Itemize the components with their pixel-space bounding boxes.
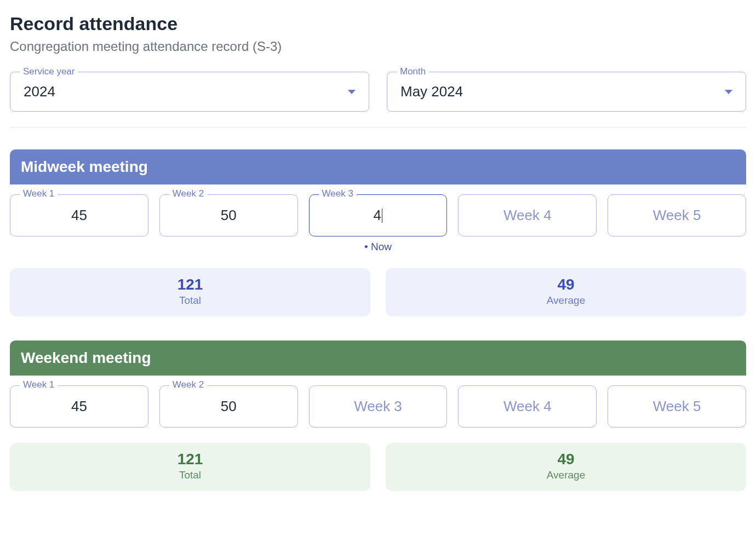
- weekend-week1-input[interactable]: [10, 385, 148, 428]
- service-year-value: 2024: [24, 83, 55, 100]
- midweek-week1-field: Week 1: [10, 194, 148, 253]
- weekend-week2-input[interactable]: [159, 385, 298, 428]
- weekend-week4-field: [458, 385, 597, 428]
- midweek-section-header: Midweek meeting: [10, 149, 746, 184]
- filters-row: Service year 2024 Month May 2024: [10, 72, 746, 112]
- midweek-week1-label: Week 1: [20, 188, 58, 199]
- weekend-week5-field: [608, 385, 746, 428]
- service-year-select[interactable]: 2024: [10, 72, 369, 112]
- weekend-weeks-row: Week 1 Week 2: [10, 385, 746, 428]
- month-value: May 2024: [400, 83, 463, 100]
- weekend-week2-field: Week 2: [159, 385, 298, 428]
- midweek-week4-input[interactable]: [458, 194, 597, 236]
- weekend-week5-input[interactable]: [608, 385, 746, 428]
- service-year-select-wrap: Service year 2024: [10, 72, 369, 112]
- midweek-total-box: 121 Total: [10, 268, 370, 316]
- month-select-wrap: Month May 2024: [387, 72, 746, 112]
- weekend-week2-label: Week 2: [169, 379, 207, 390]
- page-title: Record attendance: [10, 13, 746, 34]
- midweek-week5-field: [608, 194, 746, 253]
- text-cursor-icon: [382, 209, 383, 223]
- weekend-average-label: Average: [391, 469, 741, 481]
- weekend-week1-field: Week 1: [10, 385, 148, 428]
- weekend-week3-field: [309, 385, 448, 428]
- midweek-total-label: Total: [15, 295, 365, 307]
- midweek-week1-input[interactable]: [10, 194, 148, 236]
- midweek-week3-field: Week 3 4 • Now: [309, 194, 448, 253]
- midweek-stats-row: 121 Total 49 Average: [10, 268, 746, 316]
- weekend-total-label: Total: [15, 469, 365, 481]
- page-subtitle: Congregation meeting attendance record (…: [10, 39, 746, 54]
- midweek-week4-field: [458, 194, 597, 253]
- midweek-average-label: Average: [391, 295, 741, 307]
- weekend-section-header: Weekend meeting: [10, 341, 746, 376]
- weekend-week4-input[interactable]: [458, 385, 597, 428]
- midweek-total-value: 121: [15, 276, 365, 293]
- now-badge: • Now: [309, 241, 448, 253]
- weekend-total-box: 121 Total: [10, 443, 370, 491]
- weekend-average-box: 49 Average: [386, 443, 746, 491]
- divider: [10, 127, 746, 128]
- weekend-total-value: 121: [15, 451, 365, 468]
- weekend-stats-row: 121 Total 49 Average: [10, 443, 746, 491]
- month-label: Month: [397, 66, 429, 77]
- midweek-week2-input[interactable]: [159, 194, 298, 236]
- weekend-week1-label: Week 1: [20, 379, 58, 390]
- midweek-week3-label: Week 3: [319, 188, 357, 199]
- midweek-week3-value: 4: [374, 207, 381, 224]
- chevron-down-icon: [348, 90, 356, 94]
- midweek-average-value: 49: [391, 276, 741, 293]
- midweek-week2-label: Week 2: [169, 188, 207, 199]
- midweek-average-box: 49 Average: [386, 268, 746, 316]
- chevron-down-icon: [725, 90, 732, 94]
- midweek-weeks-row: Week 1 Week 2 Week 3 4 • Now: [10, 194, 746, 253]
- service-year-label: Service year: [20, 66, 78, 77]
- midweek-week2-field: Week 2: [159, 194, 298, 253]
- weekend-average-value: 49: [391, 451, 741, 468]
- month-select[interactable]: May 2024: [387, 72, 746, 112]
- midweek-week3-input[interactable]: 4: [309, 194, 448, 236]
- midweek-week5-input[interactable]: [608, 194, 746, 236]
- weekend-week3-input[interactable]: [309, 385, 448, 428]
